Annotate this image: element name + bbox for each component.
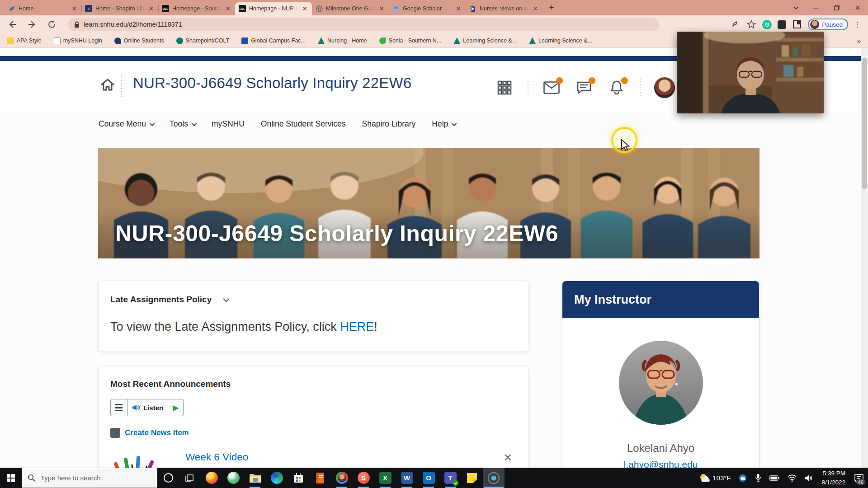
readspeaker-widget: Listen ▶: [110, 399, 184, 416]
chrome-icon[interactable]: [331, 468, 353, 488]
tab-shapiro-library[interactable]: S Home - Shapiro Libra ✕: [81, 2, 158, 15]
tab-home[interactable]: Home ✕: [5, 2, 81, 15]
nav-online-student-services[interactable]: Online Student Services: [261, 119, 346, 129]
home-icon[interactable]: [100, 78, 115, 94]
nav-tools[interactable]: Tools: [170, 119, 195, 129]
create-news-item-link[interactable]: + Create News Item: [110, 428, 517, 438]
tab-close-icon[interactable]: ✕: [378, 5, 385, 12]
split-extension-icon[interactable]: [792, 19, 802, 29]
user-avatar[interactable]: [654, 77, 675, 98]
edge-icon[interactable]: [266, 468, 288, 488]
maximize-button[interactable]: [826, 0, 847, 15]
tab-title: Nurses' views on wor: [480, 5, 528, 12]
hamburger-icon: [115, 404, 123, 412]
tab-nurses-views[interactable]: Nurses' views on wor ✕: [466, 2, 542, 15]
tab-title: Home - Shapiro Libra: [95, 5, 144, 12]
collapse-chevron-icon[interactable]: [223, 296, 230, 302]
new-tab-button[interactable]: +: [545, 1, 558, 14]
close-window-button[interactable]: ✕: [847, 0, 868, 15]
tab-close-icon[interactable]: ✕: [301, 5, 308, 12]
tab-milestone-guidelines[interactable]: Milestone One Guidel ✕: [312, 2, 389, 15]
weather-widget[interactable]: 103°F: [695, 468, 735, 488]
tab-homepage-nur300-active[interactable]: D2L Homepage - NUR-300 ✕: [235, 2, 312, 15]
file-explorer-icon[interactable]: [244, 468, 266, 488]
nav-mysnhu[interactable]: mySNHU: [212, 119, 245, 129]
time-label: 5:39 PM: [821, 469, 845, 478]
tab-close-icon[interactable]: ✕: [455, 5, 462, 12]
recorder-paused-badge[interactable]: Paused: [808, 19, 848, 30]
bookshelf-app-icon[interactable]: [309, 468, 331, 488]
sticky-notes-icon[interactable]: [461, 468, 483, 488]
tray-app-icon[interactable]: [735, 468, 751, 488]
banner-course-title: NUR-300-J6649 Scholarly Inquiry 22EW6: [115, 221, 558, 247]
nav-help[interactable]: Help: [432, 119, 455, 129]
bookmark-sharepoint-colt[interactable]: Sharepoint/COLT: [176, 38, 229, 44]
bookmark-icon: [7, 38, 14, 44]
task-view-button[interactable]: [179, 468, 201, 488]
action-center-button[interactable]: 46: [850, 468, 868, 488]
firefox-icon[interactable]: [201, 468, 222, 488]
wifi-icon[interactable]: [783, 468, 801, 488]
bookmark-icon: [453, 38, 460, 44]
volume-icon[interactable]: [801, 468, 817, 488]
word-icon[interactable]: W: [396, 468, 418, 488]
back-button[interactable]: [5, 17, 20, 32]
tab-close-icon[interactable]: ✕: [71, 5, 78, 12]
battery-icon[interactable]: [765, 468, 783, 488]
tab-close-icon[interactable]: ✕: [532, 5, 539, 12]
snagit-icon[interactable]: S: [353, 468, 374, 488]
excel-icon[interactable]: X: [374, 468, 396, 488]
bookmark-learning-science-1[interactable]: Learning Science &...: [453, 38, 517, 44]
taskbar-clock[interactable]: 5:39 PM 8/1/2022: [817, 469, 850, 487]
vpn-globe-icon[interactable]: [222, 468, 244, 488]
dark-extension-icon[interactable]: [778, 20, 786, 29]
grammarly-extension-icon[interactable]: G: [762, 20, 772, 29]
tab-title: Homepage - Southern: [172, 5, 221, 12]
bookmark-star-icon[interactable]: [746, 19, 756, 29]
notification-bell-icon[interactable]: [607, 78, 626, 97]
listen-menu-button[interactable]: [111, 399, 127, 416]
forward-button[interactable]: [24, 17, 40, 32]
bookmark-apa-style[interactable]: APA Style: [7, 38, 42, 44]
announcement-link[interactable]: Week 6 Video: [185, 451, 270, 463]
reload-button[interactable]: [44, 17, 60, 32]
tab-google-scholar[interactable]: Google Scholar ✕: [389, 2, 466, 15]
taskbar-search-box[interactable]: Type here to search: [22, 468, 157, 488]
tab-close-icon[interactable]: ✕: [147, 5, 155, 12]
play-button[interactable]: ▶: [168, 399, 183, 416]
bookmark-mysnhu-login[interactable]: mySNHU Login: [54, 38, 102, 44]
cortana-button[interactable]: [157, 468, 179, 488]
microphone-icon[interactable]: [751, 468, 765, 488]
tab-homepage-southern[interactable]: D2L Homepage - Southern ✕: [158, 2, 235, 15]
bookmark-online-students[interactable]: Online Students: [114, 38, 164, 44]
nav-course-menu[interactable]: Course Menu: [99, 119, 153, 129]
webcam-overlay: [677, 32, 824, 113]
page-scrollbar[interactable]: [861, 48, 868, 468]
screen-recorder-icon[interactable]: [483, 468, 505, 488]
email-icon[interactable]: [542, 78, 561, 97]
bookmark-sonia[interactable]: Sonia - Southern N...: [379, 38, 442, 44]
teams-icon[interactable]: T: [439, 468, 461, 488]
waffle-grid-icon[interactable]: [495, 78, 514, 97]
chat-icon[interactable]: [575, 78, 594, 97]
tab-search-caret-icon[interactable]: [785, 0, 806, 15]
bookmark-nursing-home[interactable]: Nursing - Home: [318, 38, 367, 44]
overflow-bookmarks-chevron[interactable]: »: [857, 37, 861, 45]
minimize-button[interactable]: [806, 0, 826, 15]
outlook-icon[interactable]: O: [418, 468, 439, 488]
bookmark-learning-science-2[interactable]: Learning Science &...: [529, 38, 592, 44]
here-link[interactable]: HERE: [340, 320, 374, 333]
scrollbar-thumb[interactable]: [862, 58, 867, 189]
snhu-icon: S: [85, 5, 92, 12]
microsoft-store-icon[interactable]: [288, 468, 309, 488]
nav-shapiro-library[interactable]: Shapiro Library: [362, 119, 416, 129]
bookmark-global-campus[interactable]: Global Campus Fac...: [241, 38, 306, 44]
share-icon[interactable]: [731, 19, 741, 29]
listen-button[interactable]: Listen: [127, 399, 168, 416]
chrome-menu-icon[interactable]: ⋮: [854, 20, 862, 29]
tab-close-icon[interactable]: ✕: [224, 5, 231, 12]
lock-icon: [74, 21, 80, 28]
dismiss-announcement-icon[interactable]: ✕: [503, 451, 512, 464]
start-button[interactable]: [0, 468, 22, 488]
address-bar[interactable]: learn.snhu.edu/d2l/home/1118371: [68, 18, 659, 31]
